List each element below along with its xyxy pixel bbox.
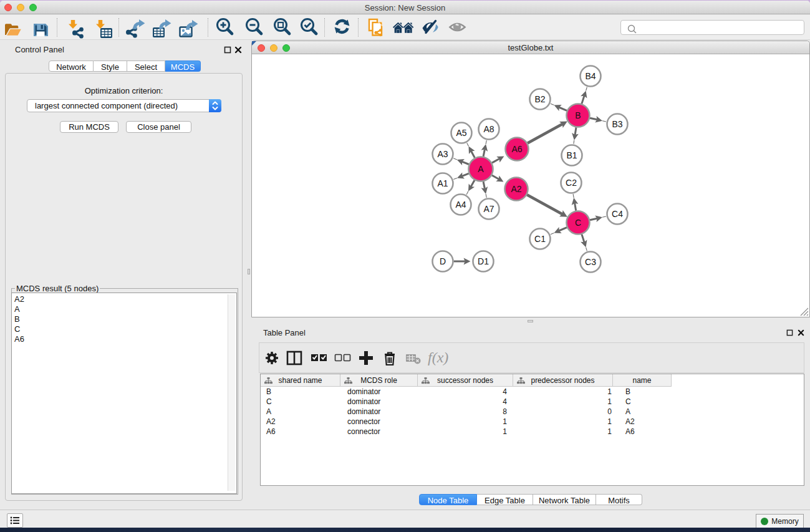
svg-text:C4: C4 xyxy=(612,209,623,219)
svg-text:A1: A1 xyxy=(437,178,448,188)
svg-text:B2: B2 xyxy=(534,94,545,104)
svg-text:C3: C3 xyxy=(585,257,596,267)
svg-text:B1: B1 xyxy=(566,150,577,160)
svg-text:A8: A8 xyxy=(483,124,494,134)
svg-text:A7: A7 xyxy=(483,204,494,214)
svg-text:A5: A5 xyxy=(456,128,466,138)
svg-text:D: D xyxy=(440,256,446,266)
svg-text:B4: B4 xyxy=(585,71,595,81)
svg-text:A3: A3 xyxy=(437,149,448,159)
svg-text:C2: C2 xyxy=(566,178,577,188)
svg-text:A: A xyxy=(478,164,484,174)
svg-text:B3: B3 xyxy=(612,119,622,129)
svg-text:A2: A2 xyxy=(511,184,521,194)
svg-text:B: B xyxy=(575,110,581,120)
svg-text:A4: A4 xyxy=(455,200,466,210)
svg-text:D1: D1 xyxy=(478,256,489,266)
svg-text:A6: A6 xyxy=(511,144,522,154)
svg-text:C: C xyxy=(575,218,581,228)
svg-text:C1: C1 xyxy=(534,234,546,244)
